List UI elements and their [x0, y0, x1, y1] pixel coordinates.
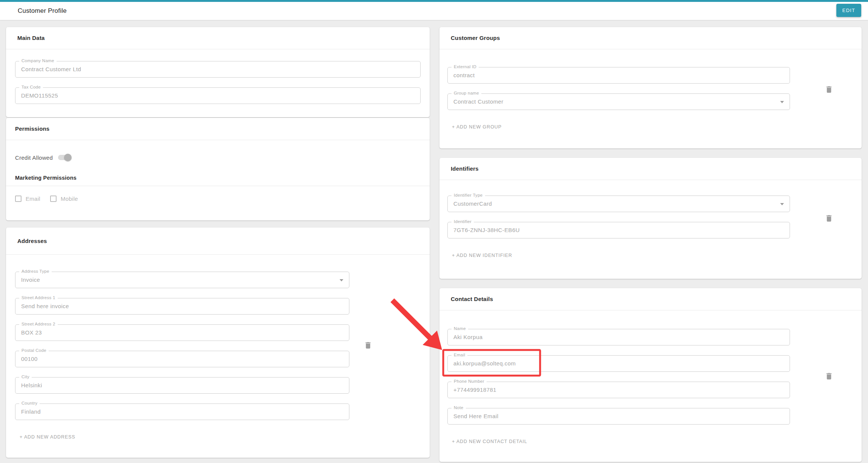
marketing-email-checkbox[interactable]: Email [15, 196, 40, 202]
identifier-field[interactable]: Identifier 7GT6-ZNNJ-38HC-EB6U [447, 222, 790, 238]
credit-allowed-label: Credit Allowed [15, 154, 53, 161]
contact-email-field[interactable]: Email aki.korpua@solteq.com [447, 355, 790, 372]
tax-code-value: DEMO115525 [15, 88, 420, 104]
contact-name-label: Name [452, 326, 468, 331]
group-name-value: Contract Customer [448, 94, 790, 110]
identifier-type-value: CustomerCard [448, 196, 790, 212]
trash-icon [825, 84, 833, 95]
external-id-field[interactable]: External ID contract [447, 67, 790, 84]
permissions-title: Permissions [6, 118, 430, 140]
main-data-card: Main Data Company Name Contract Customer… [6, 27, 430, 117]
trash-icon [364, 340, 372, 350]
group-name-select[interactable]: Group name Contract Customer [447, 93, 790, 110]
checkbox-icon [15, 196, 21, 202]
contact-note-value: Send Here Email [448, 408, 790, 424]
credit-allowed-toggle[interactable] [58, 155, 70, 160]
country-field[interactable]: Country Finland [15, 403, 349, 420]
trash-icon [825, 371, 833, 381]
contact-details-title: Contact Details [439, 288, 862, 310]
credit-allowed-row: Credit Allowed [15, 151, 430, 164]
identifiers-card: Identifiers Identifier Type CustomerCard… [439, 158, 862, 279]
identifier-value: 7GT6-ZNNJ-38HC-EB6U [448, 222, 790, 238]
street-address-1-field[interactable]: Street Address 1 Send here invoice [15, 298, 349, 315]
tax-code-field[interactable]: Tax Code DEMO115525 [15, 87, 421, 104]
delete-identifier-button[interactable] [825, 213, 833, 223]
address-type-value: Invoice [15, 272, 349, 288]
contact-phone-value: +774499918781 [448, 382, 790, 398]
add-new-contact-detail-button[interactable]: + ADD NEW CONTACT DETAIL [452, 439, 527, 444]
contact-phone-field[interactable]: Phone Number +774499918781 [447, 382, 790, 398]
page-header: Customer Profile EDIT [0, 2, 868, 20]
company-name-label: Company Name [19, 58, 57, 63]
contact-name-value: Aki Korpua [448, 329, 790, 345]
marketing-checkbox-row: Email Mobile [15, 193, 430, 205]
city-field[interactable]: City Helsinki [15, 377, 349, 394]
postal-code-label: Postal Code [19, 348, 49, 353]
main-data-title: Main Data [6, 27, 430, 49]
permissions-card: Permissions Credit Allowed Marketing Per… [6, 118, 430, 220]
contact-note-field[interactable]: Note Send Here Email [447, 408, 790, 425]
external-id-label: External ID [452, 64, 479, 69]
delete-group-button[interactable] [825, 84, 833, 95]
street-address-1-label: Street Address 1 [19, 295, 58, 300]
identifier-type-label: Identifier Type [452, 193, 485, 197]
contact-phone-label: Phone Number [452, 379, 487, 384]
street-address-2-value: BOX 23 [15, 325, 349, 341]
marketing-mobile-label: Mobile [61, 196, 78, 202]
delete-contact-button[interactable] [825, 371, 833, 381]
address-type-select[interactable]: Address Type Invoice [15, 272, 349, 288]
delete-address-button[interactable] [364, 340, 372, 350]
external-id-value: contract [448, 67, 790, 83]
postal-code-value: 00100 [15, 351, 349, 367]
company-name-value: Contract Customer Ltd [15, 61, 420, 77]
street-address-1-value: Send here invoice [15, 298, 349, 314]
top-accent-strip [0, 0, 868, 2]
address-type-label: Address Type [19, 269, 52, 274]
country-value: Finland [15, 404, 349, 420]
chevron-down-icon [780, 203, 784, 205]
identifier-label: Identifier [452, 219, 474, 224]
add-new-address-button[interactable]: + ADD NEW ADDRESS [20, 434, 75, 440]
city-label: City [19, 374, 32, 379]
edit-button[interactable]: EDIT [836, 4, 861, 17]
contact-details-card: Contact Details Name Aki Korpua Email ak… [439, 288, 862, 462]
postal-code-field[interactable]: Postal Code 00100 [15, 351, 349, 367]
company-name-field[interactable]: Company Name Contract Customer Ltd [15, 61, 421, 78]
contact-note-label: Note [452, 405, 466, 410]
checkbox-icon [50, 196, 57, 202]
toggle-knob-icon [64, 154, 72, 161]
marketing-email-label: Email [26, 196, 40, 202]
add-new-identifier-button[interactable]: + ADD NEW IDENTIFIER [452, 253, 512, 258]
country-label: Country [19, 401, 40, 405]
customer-profile-page: Customer Profile EDIT Main Data Company … [0, 0, 868, 463]
page-title: Customer Profile [18, 7, 67, 15]
customer-groups-title: Customer Groups [439, 27, 862, 49]
addresses-title: Addresses [6, 228, 430, 255]
contact-email-label: Email [452, 353, 467, 357]
tax-code-label: Tax Code [19, 85, 43, 89]
chevron-down-icon [340, 279, 343, 281]
trash-icon [825, 213, 833, 223]
customer-groups-card: Customer Groups External ID contract Gro… [439, 27, 862, 148]
city-value: Helsinki [15, 377, 349, 393]
street-address-2-field[interactable]: Street Address 2 BOX 23 [15, 324, 349, 341]
add-new-group-button[interactable]: + ADD NEW GROUP [452, 124, 502, 130]
identifier-type-select[interactable]: Identifier Type CustomerCard [447, 196, 790, 212]
contact-name-field[interactable]: Name Aki Korpua [447, 329, 790, 345]
street-address-2-label: Street Address 2 [19, 322, 58, 326]
marketing-permissions-title: Marketing Permissions [15, 175, 430, 181]
identifiers-title: Identifiers [439, 158, 862, 180]
addresses-card: Addresses Address Type Invoice Street Ad… [6, 228, 430, 458]
contact-email-value: aki.korpua@solteq.com [448, 356, 790, 371]
group-name-label: Group name [452, 91, 481, 95]
marketing-mobile-checkbox[interactable]: Mobile [50, 196, 78, 202]
chevron-down-icon [780, 101, 784, 103]
marketing-divider [6, 186, 430, 186]
